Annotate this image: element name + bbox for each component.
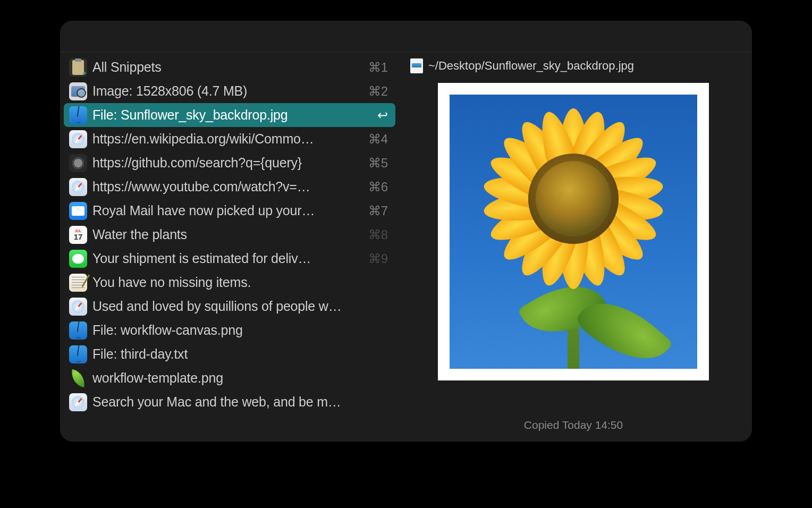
list-item-shortcut: ⌘6 [368,180,388,194]
preview-pane: ~/Desktop/Sunflower_sky_backdrop.jpg Cop… [399,52,751,441]
leaf-icon [69,369,87,387]
list-item-shortcut: ↩ [377,108,388,123]
safari-icon [69,178,87,196]
list-item-label: workflow-template.png [92,370,388,386]
gear-icon [69,154,87,172]
list-item-label: You have no missing items. [92,275,388,290]
list-item-label: Used and loved by squillions of people w… [92,299,388,314]
list-item-shortcut: ⌘1 [368,60,388,75]
list-item-label: Your shipment is estimated for deliv… [92,251,363,266]
list-item-label: Image: 1528x806 (4.7 MB) [92,83,363,99]
notes-icon [69,274,87,292]
preview-path: ~/Desktop/Sunflower_sky_backdrop.jpg [428,59,634,73]
list-item-shortcut: ⌘2 [368,84,388,99]
search-input[interactable] [70,28,742,45]
safari-icon [69,298,87,316]
list-item-label: File: workflow-canvas.png [92,323,388,338]
clipboard-icon [69,58,87,77]
list-item-label: File: Sunflower_sky_backdrop.jpg [92,107,372,123]
list-item[interactable]: workflow-template.png [64,366,395,390]
messages-icon [69,250,87,268]
safari-icon [69,393,87,411]
list-item-shortcut: ⌘5 [368,156,388,171]
panel-body: All Snippets⌘1Image: 1528x806 (4.7 MB)⌘2… [61,52,751,441]
list-item[interactable]: JUL17Water the plants⌘8 [64,223,395,247]
list-item[interactable]: https://github.com/search?q={query}⌘5 [64,151,395,175]
list-item-label: Search your Mac and the web, and be m… [92,394,388,410]
preview-footer: Copied Today 14:50 [410,419,737,431]
preview-image-container [410,83,737,409]
preview-image[interactable] [438,83,709,380]
list-item-shortcut: ⌘9 [368,251,388,266]
list-item-label: All Snippets [92,60,363,75]
finder-icon [69,345,87,363]
list-item[interactable]: File: third-day.txt [64,342,395,366]
list-item[interactable]: File: Sunflower_sky_backdrop.jpg↩ [64,103,395,127]
preview-app-icon [69,82,87,100]
list-item-shortcut: ⌘8 [368,227,388,242]
finder-icon [69,106,87,124]
list-item[interactable]: File: workflow-canvas.png [64,318,395,342]
list-item-label: https://github.com/search?q={query} [92,155,363,171]
list-item-label: https://www.youtube.com/watch?v=… [92,179,363,194]
safari-icon [69,130,87,148]
list-item-label: https://en.wikipedia.org/wiki/Commo… [92,131,363,147]
list-item[interactable]: Your shipment is estimated for deliv…⌘9 [64,247,395,270]
list-item-label: File: third-day.txt [92,346,388,362]
mail-icon [69,202,87,220]
finder-icon [69,321,87,340]
list-item[interactable]: Search your Mac and the web, and be m… [64,390,395,414]
list-item[interactable]: https://www.youtube.com/watch?v=…⌘6 [64,175,395,199]
list-item-shortcut: ⌘7 [368,204,388,218]
list-item-label: Royal Mail have now picked up your… [92,203,363,218]
list-item[interactable]: Used and loved by squillions of people w… [64,294,395,318]
list-item[interactable]: Royal Mail have now picked up your…⌘7 [64,199,395,223]
calendar-icon: JUL17 [69,226,87,244]
list-item[interactable]: https://en.wikipedia.org/wiki/Commo…⌘4 [64,127,395,151]
list-item-label: Water the plants [92,227,363,242]
list-item[interactable]: You have no missing items. [64,270,395,294]
results-list: All Snippets⌘1Image: 1528x806 (4.7 MB)⌘2… [61,52,399,441]
list-item-shortcut: ⌘4 [368,132,388,147]
clipboard-panel: All Snippets⌘1Image: 1528x806 (4.7 MB)⌘2… [61,21,751,441]
preview-header: ~/Desktop/Sunflower_sky_backdrop.jpg [410,58,737,73]
list-item[interactable]: Image: 1528x806 (4.7 MB)⌘2 [64,79,395,103]
sunflower-image [450,95,697,369]
list-item[interactable]: All Snippets⌘1 [64,55,395,79]
file-icon [410,58,423,73]
search-bar [61,21,751,52]
